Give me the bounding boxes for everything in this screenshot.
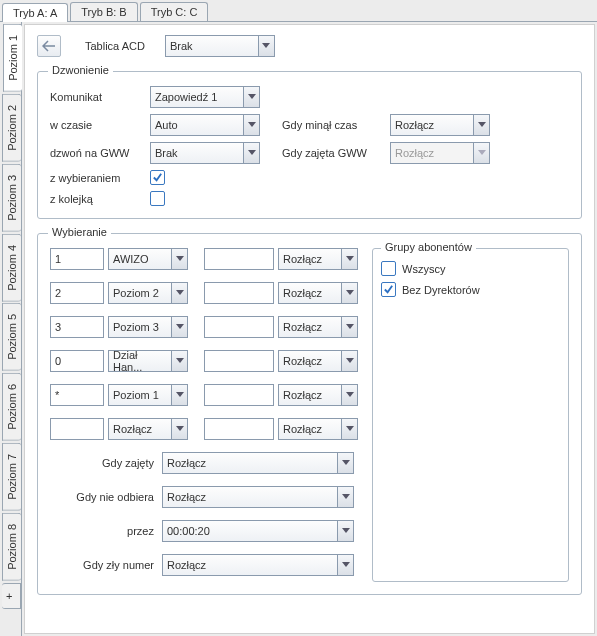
legend-dzwonienie: Dzwonienie bbox=[48, 64, 113, 76]
gdy-zajety-select[interactable]: Rozłącz bbox=[162, 452, 354, 474]
chevron-down-icon bbox=[243, 87, 259, 107]
gdy-nieodb-label: Gdy nie odbiera bbox=[50, 491, 158, 503]
action2-select[interactable]: Rozłącz bbox=[278, 316, 358, 338]
group-dzwonienie: Dzwonienie Komunikat Zapowiedź 1 w czasi… bbox=[37, 71, 582, 219]
chevron-down-icon bbox=[341, 249, 357, 269]
content-panel: Tablica ACD Brak Dzwonienie Komunikat Za… bbox=[24, 24, 595, 634]
przez-select[interactable]: 00:00:20 bbox=[162, 520, 354, 542]
gdy-minal-label: Gdy minął czas bbox=[282, 119, 382, 131]
dzwon-select[interactable]: Brak bbox=[150, 142, 260, 164]
chevron-down-icon bbox=[171, 317, 187, 337]
acd-select[interactable]: Brak bbox=[165, 35, 275, 57]
digit-input[interactable]: 1 bbox=[50, 248, 104, 270]
dzwon-label: dzwoń na GWW bbox=[50, 147, 142, 159]
legend-wybieranie: Wybieranie bbox=[48, 226, 111, 238]
bottom-row: Gdy nie odbieraRozłącz bbox=[50, 486, 358, 508]
gdy-minal-select[interactable]: Rozłącz bbox=[390, 114, 490, 136]
action1-select[interactable]: Rozłącz bbox=[108, 418, 188, 440]
chevron-down-icon bbox=[171, 283, 187, 303]
chevron-down-icon bbox=[171, 351, 187, 371]
chevron-down-icon bbox=[341, 385, 357, 405]
tab-tryb-b[interactable]: Tryb B: B bbox=[70, 2, 137, 21]
value2-input[interactable] bbox=[204, 282, 274, 304]
chevron-down-icon bbox=[337, 555, 353, 575]
action2-select[interactable]: Rozłącz bbox=[278, 282, 358, 304]
gdy-nieodb-select[interactable]: Rozłącz bbox=[162, 486, 354, 508]
action2-select[interactable]: Rozłącz bbox=[278, 350, 358, 372]
zkol-label: z kolejką bbox=[50, 193, 142, 205]
action2-select[interactable]: Rozłącz bbox=[278, 248, 358, 270]
digit-input[interactable]: 2 bbox=[50, 282, 104, 304]
chevron-down-icon bbox=[243, 115, 259, 135]
action1-select[interactable]: Poziom 1 bbox=[108, 384, 188, 406]
komunikat-value: Zapowiedź 1 bbox=[155, 91, 217, 103]
vtab-poziom-8[interactable]: Poziom 8 bbox=[2, 513, 21, 581]
vtab-poziom-6[interactable]: Poziom 6 bbox=[2, 373, 21, 441]
gdy-zajety-label: Gdy zajęty bbox=[50, 457, 158, 469]
chevron-down-icon bbox=[258, 36, 274, 56]
komunikat-select[interactable]: Zapowiedź 1 bbox=[150, 86, 260, 108]
action2-select[interactable]: Rozłącz bbox=[278, 418, 358, 440]
value2-input[interactable] bbox=[204, 350, 274, 372]
gdy-zly-label: Gdy zły numer bbox=[50, 559, 158, 571]
dzwon-value: Brak bbox=[155, 147, 178, 159]
value2-input[interactable] bbox=[204, 384, 274, 406]
action2-value: Rozłącz bbox=[283, 389, 322, 401]
selection-row: RozłączRozłącz bbox=[50, 418, 358, 440]
gdy-zly-select[interactable]: Rozłącz bbox=[162, 554, 354, 576]
value2-input[interactable] bbox=[204, 418, 274, 440]
vtab-poziom-2[interactable]: Poziom 2 bbox=[2, 94, 21, 162]
gdy-nieodb-value: Rozłącz bbox=[167, 491, 206, 503]
chevron-down-icon bbox=[243, 143, 259, 163]
vtab-poziom-4[interactable]: Poziom 4 bbox=[2, 234, 21, 302]
top-tabs: Tryb A: A Tryb B: B Tryb C: C bbox=[0, 0, 597, 22]
digit-input[interactable]: * bbox=[50, 384, 104, 406]
action1-select[interactable]: Poziom 2 bbox=[108, 282, 188, 304]
wczasie-select[interactable]: Auto bbox=[150, 114, 260, 136]
action2-value: Rozłącz bbox=[283, 253, 322, 265]
value2-input[interactable] bbox=[204, 248, 274, 270]
bottom-row: przez00:00:20 bbox=[50, 520, 358, 542]
wczasie-value: Auto bbox=[155, 119, 178, 131]
value2-input[interactable] bbox=[204, 316, 274, 338]
digit-input[interactable]: 3 bbox=[50, 316, 104, 338]
chevron-down-icon bbox=[341, 283, 357, 303]
back-icon[interactable] bbox=[37, 35, 61, 57]
tab-tryb-a[interactable]: Tryb A: A bbox=[2, 3, 68, 22]
selection-row: 2Poziom 2Rozłącz bbox=[50, 282, 358, 304]
selection-row: 0Dział Han...Rozłącz bbox=[50, 350, 358, 372]
zkol-checkbox[interactable] bbox=[150, 191, 165, 206]
gdy-zajeta-label: Gdy zajęta GWW bbox=[282, 147, 382, 159]
action2-value: Rozłącz bbox=[283, 355, 322, 367]
wszyscy-checkbox[interactable] bbox=[381, 261, 396, 276]
digit-input[interactable]: 0 bbox=[50, 350, 104, 372]
tab-tryb-c[interactable]: Tryb C: C bbox=[140, 2, 209, 21]
wszyscy-label: Wszyscy bbox=[402, 263, 445, 275]
group-wybieranie: Wybieranie 1AWIZORozłącz2Poziom 2Rozłącz… bbox=[37, 233, 582, 595]
action1-select[interactable]: Dział Han... bbox=[108, 350, 188, 372]
bez-checkbox[interactable] bbox=[381, 282, 396, 297]
zwyb-checkbox[interactable] bbox=[150, 170, 165, 185]
action1-value: Rozłącz bbox=[113, 423, 152, 435]
action1-value: Poziom 1 bbox=[113, 389, 159, 401]
action1-select[interactable]: AWIZO bbox=[108, 248, 188, 270]
action1-select[interactable]: Poziom 3 bbox=[108, 316, 188, 338]
chevron-down-icon bbox=[337, 487, 353, 507]
chevron-down-icon bbox=[337, 453, 353, 473]
vtab-poziom-3[interactable]: Poziom 3 bbox=[2, 164, 21, 232]
vtab-poziom-5[interactable]: Poziom 5 bbox=[2, 303, 21, 371]
gdy-zly-value: Rozłącz bbox=[167, 559, 206, 571]
vertical-tabs: Poziom 1 Poziom 2 Poziom 3 Poziom 4 Pozi… bbox=[0, 22, 22, 636]
chevron-down-icon bbox=[337, 521, 353, 541]
chevron-down-icon bbox=[473, 143, 489, 163]
action2-select[interactable]: Rozłącz bbox=[278, 384, 358, 406]
chevron-down-icon bbox=[341, 419, 357, 439]
vtab-poziom-7[interactable]: Poziom 7 bbox=[2, 443, 21, 511]
gdy-zajeta-value: Rozłącz bbox=[395, 147, 434, 159]
bottom-row: Gdy zły numerRozłącz bbox=[50, 554, 358, 576]
chevron-down-icon bbox=[473, 115, 489, 135]
przez-value: 00:00:20 bbox=[167, 525, 210, 537]
vtab-poziom-1[interactable]: Poziom 1 bbox=[3, 24, 22, 92]
vtab-add[interactable]: + bbox=[2, 583, 21, 609]
digit-input[interactable] bbox=[50, 418, 104, 440]
